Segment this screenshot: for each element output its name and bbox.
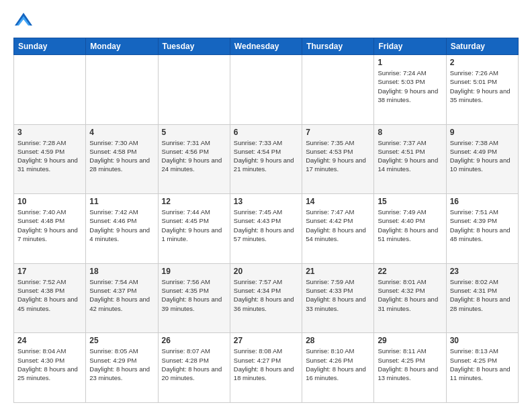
- day-info: Sunrise: 7:28 AM Sunset: 4:59 PM Dayligh…: [17, 138, 82, 174]
- weekday-header-friday: Friday: [374, 38, 446, 55]
- weekday-header-row: SundayMondayTuesdayWednesdayThursdayFrid…: [14, 38, 519, 55]
- day-cell: 4Sunrise: 7:30 AM Sunset: 4:58 PM Daylig…: [86, 124, 158, 194]
- day-info: Sunrise: 7:47 AM Sunset: 4:42 PM Dayligh…: [306, 208, 370, 243]
- day-number: 3: [17, 128, 82, 137]
- weekday-header-monday: Monday: [86, 38, 158, 55]
- day-info: Sunrise: 8:13 AM Sunset: 4:25 PM Dayligh…: [450, 347, 515, 382]
- day-cell: [14, 55, 86, 125]
- day-number: 7: [306, 128, 370, 137]
- weekday-header-saturday: Saturday: [446, 38, 518, 55]
- day-cell: [230, 55, 302, 125]
- day-number: 16: [450, 197, 515, 206]
- day-cell: 21Sunrise: 7:59 AM Sunset: 4:33 PM Dayli…: [302, 263, 374, 333]
- day-info: Sunrise: 7:31 AM Sunset: 4:56 PM Dayligh…: [162, 138, 226, 174]
- day-cell: 12Sunrise: 7:44 AM Sunset: 4:45 PM Dayli…: [158, 194, 230, 264]
- day-number: 25: [89, 336, 154, 345]
- day-cell: 5Sunrise: 7:31 AM Sunset: 4:56 PM Daylig…: [158, 124, 230, 194]
- day-cell: [302, 55, 374, 125]
- day-cell: 28Sunrise: 8:10 AM Sunset: 4:26 PM Dayli…: [302, 333, 374, 403]
- day-number: 22: [378, 267, 442, 276]
- day-cell: 26Sunrise: 8:07 AM Sunset: 4:28 PM Dayli…: [158, 333, 230, 403]
- day-number: 23: [450, 267, 515, 276]
- weekday-header-sunday: Sunday: [14, 38, 86, 55]
- day-cell: 27Sunrise: 8:08 AM Sunset: 4:27 PM Dayli…: [230, 333, 302, 403]
- day-info: Sunrise: 8:04 AM Sunset: 4:30 PM Dayligh…: [17, 347, 82, 382]
- day-number: 26: [162, 336, 226, 345]
- day-info: Sunrise: 8:01 AM Sunset: 4:32 PM Dayligh…: [378, 277, 442, 313]
- day-info: Sunrise: 7:38 AM Sunset: 4:49 PM Dayligh…: [450, 138, 515, 174]
- day-cell: 11Sunrise: 7:42 AM Sunset: 4:46 PM Dayli…: [86, 194, 158, 264]
- day-cell: 3Sunrise: 7:28 AM Sunset: 4:59 PM Daylig…: [14, 124, 86, 194]
- day-cell: [86, 55, 158, 125]
- day-cell: 30Sunrise: 8:13 AM Sunset: 4:25 PM Dayli…: [446, 333, 518, 403]
- day-info: Sunrise: 7:35 AM Sunset: 4:53 PM Dayligh…: [306, 138, 370, 174]
- day-info: Sunrise: 7:56 AM Sunset: 4:35 PM Dayligh…: [162, 277, 226, 313]
- day-cell: 29Sunrise: 8:11 AM Sunset: 4:25 PM Dayli…: [374, 333, 446, 403]
- day-cell: 25Sunrise: 8:05 AM Sunset: 4:29 PM Dayli…: [86, 333, 158, 403]
- day-number: 21: [306, 267, 370, 276]
- day-number: 6: [234, 128, 298, 137]
- day-info: Sunrise: 8:08 AM Sunset: 4:27 PM Dayligh…: [234, 347, 298, 382]
- day-cell: 22Sunrise: 8:01 AM Sunset: 4:32 PM Dayli…: [374, 263, 446, 333]
- day-number: 19: [162, 267, 226, 276]
- day-info: Sunrise: 7:40 AM Sunset: 4:48 PM Dayligh…: [17, 208, 82, 243]
- week-row-3: 10Sunrise: 7:40 AM Sunset: 4:48 PM Dayli…: [14, 194, 519, 264]
- day-number: 27: [234, 336, 298, 345]
- day-info: Sunrise: 8:05 AM Sunset: 4:29 PM Dayligh…: [89, 347, 154, 382]
- day-info: Sunrise: 7:42 AM Sunset: 4:46 PM Dayligh…: [89, 208, 154, 243]
- header: [13, 11, 519, 31]
- day-info: Sunrise: 7:45 AM Sunset: 4:43 PM Dayligh…: [234, 208, 298, 243]
- day-info: Sunrise: 7:30 AM Sunset: 4:58 PM Dayligh…: [89, 138, 154, 174]
- weekday-header-wednesday: Wednesday: [230, 38, 302, 55]
- day-cell: 8Sunrise: 7:37 AM Sunset: 4:51 PM Daylig…: [374, 124, 446, 194]
- day-info: Sunrise: 8:11 AM Sunset: 4:25 PM Dayligh…: [378, 347, 442, 382]
- day-cell: 7Sunrise: 7:35 AM Sunset: 4:53 PM Daylig…: [302, 124, 374, 194]
- day-number: 12: [162, 197, 226, 206]
- day-info: Sunrise: 7:44 AM Sunset: 4:45 PM Dayligh…: [162, 208, 226, 243]
- day-number: 28: [306, 336, 370, 345]
- day-cell: 16Sunrise: 7:51 AM Sunset: 4:39 PM Dayli…: [446, 194, 518, 264]
- day-cell: 9Sunrise: 7:38 AM Sunset: 4:49 PM Daylig…: [446, 124, 518, 194]
- day-number: 24: [17, 336, 82, 345]
- day-number: 14: [306, 197, 370, 206]
- week-row-4: 17Sunrise: 7:52 AM Sunset: 4:38 PM Dayli…: [14, 263, 519, 333]
- day-cell: [158, 55, 230, 125]
- day-number: 11: [89, 197, 154, 206]
- day-cell: 1Sunrise: 7:24 AM Sunset: 5:03 PM Daylig…: [374, 55, 446, 125]
- day-info: Sunrise: 7:49 AM Sunset: 4:40 PM Dayligh…: [378, 208, 442, 243]
- day-cell: 6Sunrise: 7:33 AM Sunset: 4:54 PM Daylig…: [230, 124, 302, 194]
- day-number: 1: [378, 58, 442, 67]
- day-info: Sunrise: 7:37 AM Sunset: 4:51 PM Dayligh…: [378, 138, 442, 174]
- day-cell: 18Sunrise: 7:54 AM Sunset: 4:37 PM Dayli…: [86, 263, 158, 333]
- day-cell: 14Sunrise: 7:47 AM Sunset: 4:42 PM Dayli…: [302, 194, 374, 264]
- weekday-header-thursday: Thursday: [302, 38, 374, 55]
- day-cell: 10Sunrise: 7:40 AM Sunset: 4:48 PM Dayli…: [14, 194, 86, 264]
- day-number: 18: [89, 267, 154, 276]
- day-number: 2: [450, 58, 515, 67]
- day-info: Sunrise: 7:24 AM Sunset: 5:03 PM Dayligh…: [378, 68, 442, 104]
- week-row-2: 3Sunrise: 7:28 AM Sunset: 4:59 PM Daylig…: [14, 124, 519, 194]
- day-cell: 2Sunrise: 7:26 AM Sunset: 5:01 PM Daylig…: [446, 55, 518, 125]
- day-cell: 20Sunrise: 7:57 AM Sunset: 4:34 PM Dayli…: [230, 263, 302, 333]
- day-number: 10: [17, 197, 82, 206]
- day-info: Sunrise: 8:10 AM Sunset: 4:26 PM Dayligh…: [306, 347, 370, 382]
- day-number: 8: [378, 128, 442, 137]
- day-number: 13: [234, 197, 298, 206]
- day-cell: 13Sunrise: 7:45 AM Sunset: 4:43 PM Dayli…: [230, 194, 302, 264]
- day-number: 15: [378, 197, 442, 206]
- day-info: Sunrise: 7:51 AM Sunset: 4:39 PM Dayligh…: [450, 208, 515, 243]
- weekday-header-tuesday: Tuesday: [158, 38, 230, 55]
- week-row-5: 24Sunrise: 8:04 AM Sunset: 4:30 PM Dayli…: [14, 333, 519, 403]
- day-info: Sunrise: 7:52 AM Sunset: 4:38 PM Dayligh…: [17, 277, 82, 313]
- day-cell: 15Sunrise: 7:49 AM Sunset: 4:40 PM Dayli…: [374, 194, 446, 264]
- week-row-1: 1Sunrise: 7:24 AM Sunset: 5:03 PM Daylig…: [14, 55, 519, 125]
- day-number: 5: [162, 128, 226, 137]
- day-info: Sunrise: 7:57 AM Sunset: 4:34 PM Dayligh…: [234, 277, 298, 313]
- day-number: 29: [378, 336, 442, 345]
- day-cell: 17Sunrise: 7:52 AM Sunset: 4:38 PM Dayli…: [14, 263, 86, 333]
- day-number: 4: [89, 128, 154, 137]
- day-number: 9: [450, 128, 515, 137]
- day-cell: 23Sunrise: 8:02 AM Sunset: 4:31 PM Dayli…: [446, 263, 518, 333]
- day-number: 17: [17, 267, 82, 276]
- day-cell: 19Sunrise: 7:56 AM Sunset: 4:35 PM Dayli…: [158, 263, 230, 333]
